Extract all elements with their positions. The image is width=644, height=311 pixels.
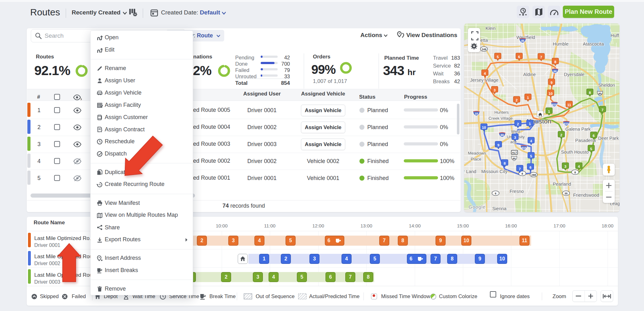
svg-text:10: 10 (549, 92, 553, 95)
svg-text:7: 7 (540, 55, 542, 59)
svg-text:288: 288 (531, 173, 536, 177)
svg-text:8: 8 (589, 91, 591, 95)
svg-text:Deer Park: Deer Park (598, 136, 619, 141)
svg-text:10: 10 (482, 126, 486, 129)
svg-text:69: 69 (501, 134, 504, 137)
svg-text:35: 35 (564, 192, 568, 195)
svg-text:610: 610 (552, 103, 557, 106)
svg-text:Friendswood: Friendswood (573, 193, 599, 198)
svg-text:9: 9 (551, 81, 552, 85)
svg-text:11: 11 (567, 103, 571, 107)
svg-text:5: 5 (590, 147, 592, 151)
svg-text:7: 7 (519, 167, 521, 171)
svg-text:7: 7 (602, 108, 603, 112)
svg-text:8: 8 (554, 60, 557, 64)
svg-text:Aldine: Aldine (523, 72, 536, 77)
svg-text:1: 1 (548, 110, 550, 113)
svg-text:45: 45 (521, 39, 524, 42)
svg-text:1: 1 (529, 122, 531, 126)
svg-text:Huff: Huff (611, 33, 619, 38)
svg-text:4: 4 (578, 165, 580, 168)
svg-text:Humble: Humble (553, 41, 569, 46)
svg-text:90: 90 (513, 157, 516, 160)
svg-text:3: 3 (514, 136, 516, 139)
svg-text:Place: Place (471, 157, 481, 161)
svg-text:South Housto: South Housto (561, 150, 589, 155)
svg-text:Sheldon: Sheldon (598, 83, 615, 88)
svg-text:6: 6 (530, 166, 531, 169)
svg-text:1: 1 (527, 96, 529, 100)
svg-text:x: x (80, 97, 82, 101)
svg-text:ar Land: ar Land (464, 169, 476, 174)
svg-text:10: 10 (475, 112, 478, 115)
svg-text:Google: Google (469, 204, 486, 210)
svg-text:Meadows: Meadows (468, 151, 486, 156)
svg-text:8: 8 (521, 172, 523, 175)
svg-text:Dyersdale: Dyersdale (564, 72, 584, 77)
svg-text:Pearland: Pearland (553, 182, 571, 187)
svg-text:2: 2 (517, 122, 519, 126)
svg-text:2: 2 (560, 133, 562, 137)
svg-text:Pasadena: Pasadena (575, 138, 596, 143)
svg-text:249: 249 (481, 48, 486, 51)
svg-text:Atascocita: Atascocita (583, 41, 604, 46)
svg-text:West: West (511, 129, 520, 134)
svg-text:8: 8 (574, 171, 576, 174)
svg-text:2: 2 (516, 98, 518, 102)
svg-text:69: 69 (553, 70, 557, 73)
svg-text:Creek Village: Creek Village (488, 116, 513, 121)
svg-text:Galena Park: Galena Park (565, 127, 591, 132)
svg-text:8: 8 (504, 161, 506, 165)
svg-text:4: 4 (530, 139, 532, 143)
svg-text:Klein: Klein (486, 26, 496, 31)
svg-text:Missouri City: Missouri City (481, 169, 508, 174)
svg-text:Hunters: Hunters (494, 110, 509, 115)
svg-text:3: 3 (494, 88, 496, 92)
svg-text:9: 9 (497, 143, 499, 147)
svg-text:5: 5 (497, 55, 499, 59)
svg-text:610: 610 (521, 146, 526, 150)
svg-text:5: 5 (530, 154, 532, 158)
svg-text:4: 4 (484, 72, 486, 75)
svg-text:610: 610 (564, 122, 569, 125)
svg-text:Jersey Village: Jersey Village (470, 78, 498, 83)
svg-text:6: 6 (495, 192, 496, 195)
svg-text:6: 6 (593, 134, 595, 138)
svg-text:Sienna: Sienna (492, 206, 507, 211)
svg-text:Fresno: Fresno (509, 189, 524, 194)
svg-text:90: 90 (598, 92, 602, 95)
svg-text:6: 6 (518, 55, 520, 59)
svg-text:ALT: ALT (512, 151, 517, 154)
svg-text:3: 3 (564, 165, 566, 168)
